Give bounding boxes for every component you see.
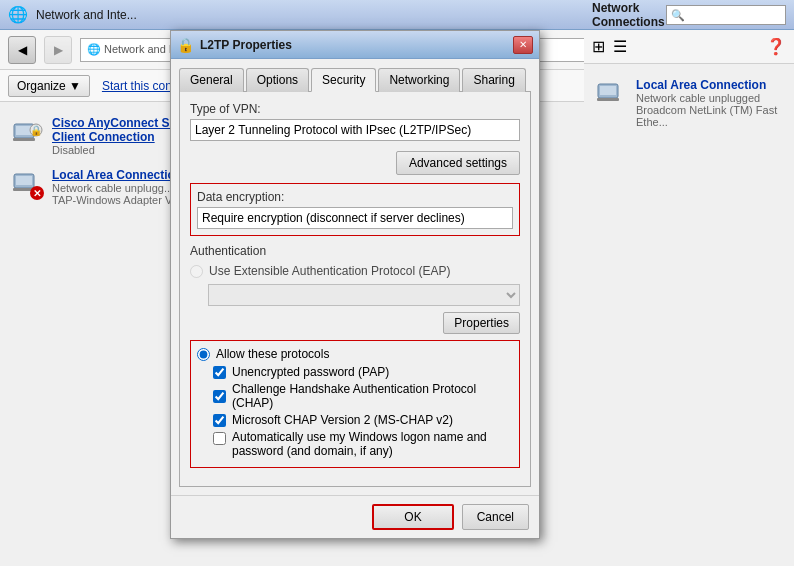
pap-row: Unencrypted password (PAP)	[197, 365, 513, 379]
ok-button[interactable]: OK	[372, 504, 453, 530]
local-connection-icon	[596, 78, 628, 110]
chap-label: Challenge Handshake Authentication Proto…	[232, 382, 513, 410]
right-panel: Network Connections ⊞ ☰ ❓ Local Area Con…	[584, 0, 794, 566]
tab-general[interactable]: General	[179, 68, 244, 92]
authentication-section: Authentication Use Extensible Authentica…	[190, 244, 520, 468]
protocols-section: Allow these protocols Unencrypted passwo…	[190, 340, 520, 468]
data-encryption-label: Data encryption:	[197, 190, 513, 204]
eap-radio[interactable]	[190, 265, 203, 278]
eap-radio-label: Use Extensible Authentication Protocol (…	[209, 264, 450, 278]
protocols-radio-label: Allow these protocols	[216, 347, 329, 361]
vpn-type-label: Type of VPN:	[190, 102, 520, 116]
eap-radio-row: Use Extensible Authentication Protocol (…	[190, 264, 520, 278]
conn-status: Network cable unplugged	[636, 92, 782, 104]
svg-rect-6	[16, 176, 32, 185]
tab-networking[interactable]: Networking	[378, 68, 460, 92]
protocols-radio[interactable]	[197, 348, 210, 361]
right-panel-content: Local Area Connection Network cable unpl…	[584, 64, 794, 150]
pap-label: Unencrypted password (PAP)	[232, 365, 389, 379]
bg-window-title: Network and Inte...	[36, 8, 137, 22]
dialog-tabs: General Options Security Networking Shar…	[179, 67, 531, 92]
dialog-content: General Options Security Networking Shar…	[171, 59, 539, 495]
net-connections-titlebar: Network Connections	[584, 0, 794, 30]
data-encryption-section: Data encryption: Require encryption (dis…	[190, 183, 520, 236]
net-connections-toolbar: ⊞ ☰ ❓	[584, 30, 794, 64]
mschapv2-label: Microsoft CHAP Version 2 (MS-CHAP v2)	[232, 413, 453, 427]
data-encryption-select[interactable]: Require encryption (disconnect if server…	[197, 207, 513, 229]
mschapv2-row: Microsoft CHAP Version 2 (MS-CHAP v2)	[197, 413, 513, 427]
eap-select-container	[208, 282, 520, 308]
local-connection-text: Local Area Connection Network cable unpl…	[636, 78, 782, 128]
vpn-type-select[interactable]: Layer 2 Tunneling Protocol with IPsec (L…	[190, 119, 520, 141]
cancel-button[interactable]: Cancel	[462, 504, 529, 530]
svg-text:🔒: 🔒	[30, 124, 43, 137]
connection-item-local[interactable]: Local Area Connection Network cable unpl…	[592, 72, 786, 134]
vpn-type-section: Type of VPN: Layer 2 Tunneling Protocol …	[190, 102, 520, 141]
autologon-checkbox[interactable]	[213, 432, 226, 445]
svg-rect-10	[597, 98, 619, 101]
forward-btn[interactable]: ▶	[44, 36, 72, 64]
vpn-type-wrapper: Layer 2 Tunneling Protocol with IPsec (L…	[190, 119, 520, 141]
organize-button[interactable]: Organize ▼	[8, 75, 90, 97]
pap-checkbox[interactable]	[213, 366, 226, 379]
conn-name: Local Area Connection	[636, 78, 782, 92]
dialog-titlebar: 🔒 L2TP Properties ✕	[171, 31, 539, 59]
conn-adapter: Broadcom NetLink (TM) Fast Ethe...	[636, 104, 782, 128]
autologon-row: Automatically use my Windows logon name …	[197, 430, 513, 458]
svg-rect-2	[13, 138, 35, 141]
tab-options[interactable]: Options	[246, 68, 309, 92]
eap-select-wrapper	[190, 282, 520, 308]
dialog-footer: OK Cancel	[171, 495, 539, 538]
svg-rect-9	[600, 86, 616, 95]
l2tp-dialog: 🔒 L2TP Properties ✕ General Options Secu…	[170, 30, 540, 539]
search-input[interactable]	[666, 5, 786, 25]
tab-security[interactable]: Security	[311, 68, 376, 92]
dialog-title: L2TP Properties	[200, 38, 513, 52]
autologon-label: Automatically use my Windows logon name …	[232, 430, 487, 458]
back-btn[interactable]: ◀	[8, 36, 36, 64]
protocols-radio-row: Allow these protocols	[197, 347, 513, 361]
chap-row: Challenge Handshake Authentication Proto…	[197, 382, 513, 410]
advanced-settings-button[interactable]: Advanced settings	[396, 151, 520, 175]
grid-icon[interactable]: ⊞	[592, 37, 605, 56]
dialog-close-btn[interactable]: ✕	[513, 36, 533, 54]
eap-select[interactable]	[208, 284, 520, 306]
local-area-icon: ✕	[12, 168, 44, 200]
chap-checkbox[interactable]	[213, 390, 226, 403]
mschapv2-checkbox[interactable]	[213, 414, 226, 427]
help-icon[interactable]: ❓	[766, 37, 786, 56]
list-icon[interactable]: ☰	[613, 37, 627, 56]
net-connections-title: Network Connections	[592, 1, 666, 29]
tab-sharing[interactable]: Sharing	[462, 68, 525, 92]
cisco-icon: 🔒	[12, 116, 44, 148]
security-tab-content: Type of VPN: Layer 2 Tunneling Protocol …	[179, 92, 531, 487]
data-encryption-wrapper: Require encryption (disconnect if server…	[197, 207, 513, 229]
properties-button[interactable]: Properties	[443, 312, 520, 334]
auth-label: Authentication	[190, 244, 520, 258]
